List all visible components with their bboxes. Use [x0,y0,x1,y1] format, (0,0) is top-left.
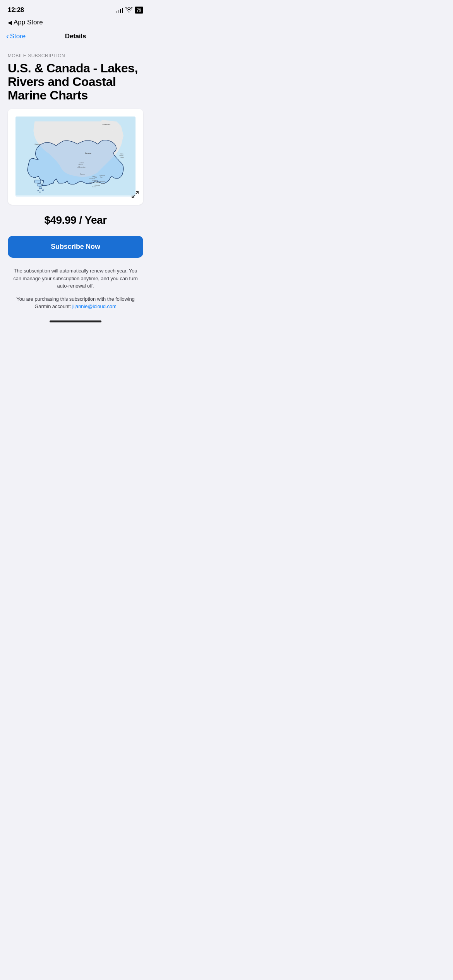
expand-icon[interactable] [131,190,139,201]
app-store-label: App Store [14,19,43,26]
svg-text:Ecuador: Ecuador [92,186,96,188]
svg-rect-3 [39,187,42,188]
svg-rect-27 [39,192,40,192]
svg-text:Venezuela: Venezuela [99,180,105,182]
status-bar: 12:28 79 [0,0,151,17]
subscribe-section: Subscribe Now [0,233,151,264]
svg-rect-2 [37,183,41,186]
svg-text:Russia: Russia [35,143,40,145]
svg-text:Guatemala: Guatemala [89,178,95,180]
account-text: You are purchasing this subscription wit… [9,295,142,310]
back-label: Store [10,33,26,40]
nav-bar: ‹ Store Details [0,29,151,45]
map-image: Russia Greenland Canada United States of… [15,117,136,197]
signal-icon [116,7,123,13]
svg-text:Rep.: Rep. [100,176,103,178]
map-container: Russia Greenland Canada United States of… [8,109,143,205]
svg-text:Colombia: Colombia [95,184,100,186]
fine-print: The subscription will automatically rene… [0,264,151,317]
svg-text:Atlantic: Atlantic [119,155,124,156]
svg-text:Nicaragua: Nicaragua [92,180,98,182]
svg-text:Ocean: Ocean [120,156,124,158]
battery-icon: 79 [135,7,143,14]
back-button[interactable]: ‹ Store [6,32,26,41]
status-time: 12:28 [8,6,24,14]
renewal-text: The subscription will automatically rene… [9,267,142,290]
svg-text:of America: of America [77,166,86,168]
chevron-left-icon: ‹ [6,32,9,41]
back-triangle-icon: ◀ [8,19,12,26]
product-title: U.S. & Canada - Lakes, Rivers and Coasta… [8,62,143,103]
svg-text:Haiti: Haiti [95,176,97,178]
svg-text:Dominican: Dominican [100,175,105,176]
svg-rect-5 [38,190,38,191]
price-text: $49.99 / Year [44,214,106,226]
subscribe-button[interactable]: Subscribe Now [8,236,143,258]
map-svg: Russia Greenland Canada United States of… [15,117,136,197]
svg-text:Canada: Canada [85,152,91,154]
svg-text:United: United [79,161,84,163]
app-store-banner: ◀ App Store [0,17,151,29]
svg-text:Greenland: Greenland [102,123,110,125]
home-indicator [0,317,151,326]
wifi-icon [125,7,132,14]
subscription-label: MOBILE SUBSCRIPTION [8,53,143,58]
svg-rect-1 [35,180,41,183]
svg-text:Costa Rica Panama: Costa Rica Panama [89,182,100,183]
svg-rect-4 [42,190,44,191]
page-title: Details [65,33,86,40]
account-email[interactable]: jijannie@icloud.com [72,303,117,309]
status-icons: 79 [116,7,143,14]
home-bar [50,320,101,322]
svg-text:States: States [78,164,83,166]
svg-text:Guyana: Guyana [101,182,105,184]
pricing-section: $49.99 / Year [0,205,151,233]
svg-text:Cuba: Cuba [92,176,95,177]
svg-text:North: North [121,153,124,155]
svg-text:Mexico: Mexico [80,173,85,175]
product-header: MOBILE SUBSCRIPTION U.S. & Canada - Lake… [0,45,151,109]
content-area: MOBILE SUBSCRIPTION U.S. & Canada - Lake… [0,45,151,326]
